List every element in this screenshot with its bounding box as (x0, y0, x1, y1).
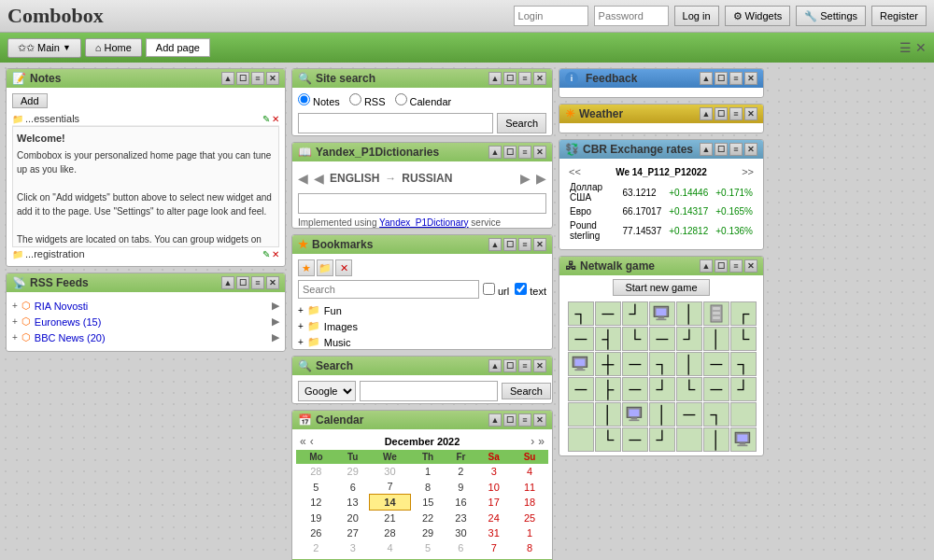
search-widget-input[interactable] (360, 381, 498, 401)
bm-text-check[interactable] (515, 283, 527, 295)
nw-cell-computer2[interactable] (568, 352, 594, 376)
radio-calendar[interactable] (395, 93, 407, 105)
login-button[interactable]: Log in (674, 6, 719, 26)
close-icon[interactable]: ✕ (915, 40, 927, 55)
yandex-dict-ctrl-3[interactable]: ≡ (518, 146, 531, 159)
cal-day[interactable]: 28 (370, 525, 411, 540)
cal-day[interactable]: 30 (446, 525, 476, 540)
cal-day[interactable]: 6 (446, 540, 476, 555)
bm-add-tool[interactable]: ★ (298, 259, 315, 276)
site-search-ctrl-3[interactable]: ≡ (518, 72, 531, 85)
cal-day[interactable]: 4 (512, 464, 548, 479)
nw-cell[interactable]: ┘ (730, 377, 757, 401)
main-button[interactable]: ✩ ✩ Main ▼ (7, 38, 81, 58)
notes-edit-icon[interactable]: ✎ (262, 114, 270, 124)
nw-cell[interactable]: ┘ (622, 301, 648, 326)
nw-cell[interactable]: └ (676, 377, 702, 401)
cal-day[interactable]: 29 (336, 464, 370, 479)
nw-cell[interactable]: │ (676, 352, 702, 376)
cal-day[interactable]: 3 (476, 464, 512, 479)
notes-delete2-icon[interactable]: ✕ (272, 249, 279, 259)
notes-edit2-icon[interactable]: ✎ (262, 249, 270, 259)
search-widget-ctrl-2[interactable]: ☐ (503, 359, 517, 372)
dict-link[interactable]: Yandex_P1Dictionary (379, 217, 468, 228)
yandex-dict-ctrl-4[interactable]: ✕ (533, 146, 546, 159)
feedback-ctrl-1[interactable]: ▲ (700, 72, 713, 85)
nw-cell[interactable]: ─ (568, 327, 594, 351)
nw-cell[interactable]: ─ (676, 402, 702, 427)
weather-ctrl-3[interactable]: ≡ (729, 107, 743, 120)
home-button[interactable]: ⌂ Home (85, 38, 142, 57)
calendar-ctrl-1[interactable]: ▲ (488, 413, 502, 427)
nw-cell[interactable]: ┐ (703, 402, 729, 427)
cbr-ctrl-1[interactable]: ▲ (700, 143, 713, 156)
calendar-ctrl-4[interactable]: ✕ (533, 413, 546, 427)
cal-day[interactable]: 5 (296, 479, 336, 495)
nw-cell[interactable]: ├ (595, 377, 621, 401)
feedback-ctrl-4[interactable]: ✕ (744, 72, 757, 85)
cal-day[interactable]: 12 (296, 495, 336, 511)
nw-cell[interactable]: │ (703, 327, 729, 351)
rss-expand-ria[interactable]: + (12, 301, 18, 311)
rss-link-ria[interactable]: RIA Novosti (35, 301, 88, 312)
netwalk-start-button[interactable]: Start new game (613, 279, 709, 296)
cal-day[interactable]: 5 (410, 540, 446, 555)
nw-cell[interactable]: ─ (568, 377, 594, 401)
site-search-ctrl-1[interactable]: ▲ (488, 72, 502, 85)
cbr-next-btn[interactable]: >> (742, 166, 754, 177)
nw-cell[interactable]: ┘ (649, 427, 675, 452)
radio-rss-label[interactable]: RSS (349, 93, 386, 107)
radio-notes[interactable] (298, 93, 310, 105)
bookmarks-ctrl-2[interactable]: ☐ (503, 238, 517, 251)
password-input[interactable] (594, 6, 669, 26)
widgets-button[interactable]: ⚙ Widgets (725, 6, 791, 26)
cal-today[interactable]: 14 (370, 495, 411, 511)
notes-add-button[interactable]: Add (12, 93, 48, 108)
search-widget-ctrl-4[interactable]: ✕ (533, 359, 546, 372)
dict-prev-icon[interactable]: ◀ (298, 171, 308, 186)
rss-ctrl-1[interactable]: ▲ (221, 276, 234, 289)
cal-day[interactable]: 9 (446, 479, 476, 495)
cbr-prev-btn[interactable]: << (569, 166, 581, 177)
register-button[interactable]: Register (871, 6, 927, 26)
bookmarks-ctrl-4[interactable]: ✕ (533, 238, 546, 251)
nw-cell[interactable]: ┼ (595, 352, 621, 376)
cbr-ctrl-3[interactable]: ≡ (729, 143, 743, 156)
cal-day[interactable]: 25 (512, 511, 548, 526)
notes-ctrl-4[interactable]: ✕ (266, 72, 279, 85)
netwalk-ctrl-3[interactable]: ≡ (729, 259, 743, 273)
menu-icon[interactable]: ☰ (899, 40, 912, 55)
search-widget-button[interactable]: Search (502, 383, 551, 399)
nw-cell[interactable]: │ (595, 402, 621, 427)
cal-day[interactable]: 28 (296, 464, 336, 479)
cal-prev1-btn[interactable]: ‹ (310, 435, 314, 448)
login-input[interactable] (514, 6, 588, 26)
cal-day[interactable]: 1 (410, 464, 446, 479)
cal-day[interactable]: 10 (476, 479, 512, 495)
cal-day[interactable]: 29 (410, 525, 446, 540)
rss-link-bbc[interactable]: BBC News (20) (35, 332, 106, 343)
cal-day[interactable]: 23 (446, 511, 476, 526)
rss-arrow-ria[interactable]: ▶ (272, 300, 279, 312)
cal-day[interactable]: 8 (512, 540, 548, 555)
site-search-ctrl-4[interactable]: ✕ (533, 72, 546, 85)
cal-day[interactable]: 27 (336, 525, 370, 540)
bookmarks-search-input[interactable] (298, 280, 479, 299)
nw-cell-server[interactable] (703, 301, 729, 326)
dict-prev2-icon[interactable]: ◀ (314, 171, 324, 186)
cal-prev2-btn[interactable]: « (300, 435, 306, 448)
weather-ctrl-4[interactable]: ✕ (744, 107, 757, 120)
nw-cell[interactable] (730, 402, 757, 427)
dict-next-icon[interactable]: ▶ (520, 171, 531, 186)
cal-day[interactable]: 8 (410, 479, 446, 495)
netwalk-grid[interactable]: ┐ ─ ┘ │ ┌ ─ ┤ └ ─ ┘ │ └ ┼ (568, 301, 755, 452)
netwalk-ctrl-2[interactable]: ☐ (715, 259, 728, 273)
notes-delete-icon[interactable]: ✕ (272, 114, 279, 124)
nw-cell[interactable]: ─ (703, 377, 729, 401)
site-search-button[interactable]: Search (497, 113, 546, 133)
rss-ctrl-4[interactable]: ✕ (266, 276, 279, 289)
cal-day[interactable]: 13 (336, 495, 370, 511)
cal-day[interactable]: 22 (410, 511, 446, 526)
cal-day[interactable]: 7 (476, 540, 512, 555)
bm-url-label[interactable]: url (483, 283, 509, 297)
